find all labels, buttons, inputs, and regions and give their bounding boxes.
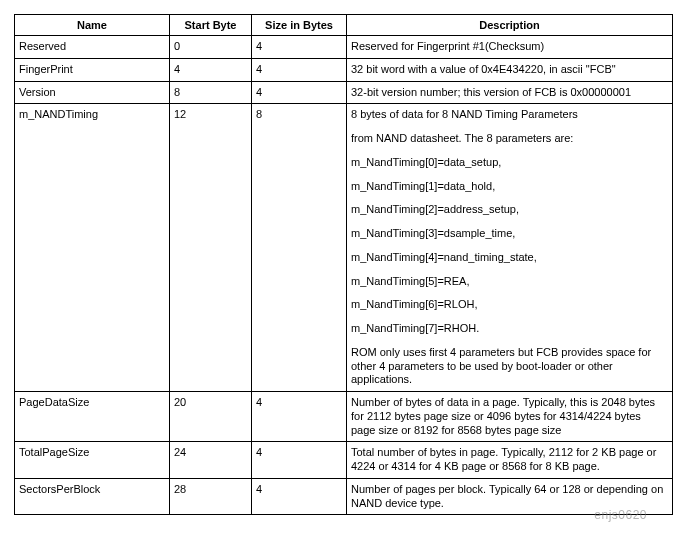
description-line: m_NandTiming[1]=data_hold, (351, 180, 668, 194)
cell-name: FingerPrint (15, 58, 170, 81)
description-line: m_NandTiming[5]=REA, (351, 275, 668, 289)
description-line: Number of pages per block. Typically 64 … (351, 483, 668, 511)
cell-start-byte: 8 (170, 81, 252, 104)
description-line: from NAND datasheet. The 8 parameters ar… (351, 132, 668, 146)
cell-size: 4 (252, 442, 347, 479)
cell-start-byte: 0 (170, 36, 252, 59)
description-line: Total number of bytes in page. Typically… (351, 446, 668, 474)
cell-size: 4 (252, 36, 347, 59)
header-name: Name (15, 15, 170, 36)
description-line: m_NandTiming[3]=dsample_time, (351, 227, 668, 241)
cell-name: Reserved (15, 36, 170, 59)
header-size: Size in Bytes (252, 15, 347, 36)
cell-start-byte: 20 (170, 392, 252, 442)
cell-name: m_NANDTiming (15, 104, 170, 392)
cell-description: 32 bit word with a value of 0x4E434220, … (347, 58, 673, 81)
cell-name: TotalPageSize (15, 442, 170, 479)
header-row: Name Start Byte Size in Bytes Descriptio… (15, 15, 673, 36)
cell-description: Total number of bytes in page. Typically… (347, 442, 673, 479)
cell-name: SectorsPerBlock (15, 478, 170, 515)
description-line: ROM only uses first 4 parameters but FCB… (351, 346, 668, 387)
cell-description: Reserved for Fingerprint #1(Checksum) (347, 36, 673, 59)
table-row: Version8432-bit version number; this ver… (15, 81, 673, 104)
cell-name: PageDataSize (15, 392, 170, 442)
cell-size: 4 (252, 81, 347, 104)
description-line: m_NandTiming[6]=RLOH, (351, 298, 668, 312)
description-line: m_NandTiming[4]=nand_timing_state, (351, 251, 668, 265)
cell-description: Number of bytes of data in a page. Typic… (347, 392, 673, 442)
description-line: m_NandTiming[0]=data_setup, (351, 156, 668, 170)
table-row: TotalPageSize244Total number of bytes in… (15, 442, 673, 479)
table-row: m_NANDTiming1288 bytes of data for 8 NAN… (15, 104, 673, 392)
description-line: m_NandTiming[7]=RHOH. (351, 322, 668, 336)
cell-name: Version (15, 81, 170, 104)
cell-start-byte: 28 (170, 478, 252, 515)
fcb-structure-table: Name Start Byte Size in Bytes Descriptio… (14, 14, 673, 515)
description-line: 8 bytes of data for 8 NAND Timing Parame… (351, 108, 668, 122)
cell-size: 4 (252, 478, 347, 515)
cell-description: 8 bytes of data for 8 NAND Timing Parame… (347, 104, 673, 392)
header-start-byte: Start Byte (170, 15, 252, 36)
table-row: SectorsPerBlock284Number of pages per bl… (15, 478, 673, 515)
table-row: FingerPrint4432 bit word with a value of… (15, 58, 673, 81)
description-line: 32-bit version number; this version of F… (351, 86, 668, 100)
cell-size: 8 (252, 104, 347, 392)
description-line: Number of bytes of data in a page. Typic… (351, 396, 668, 437)
cell-description: 32-bit version number; this version of F… (347, 81, 673, 104)
table-row: PageDataSize204Number of bytes of data i… (15, 392, 673, 442)
table-row: Reserved04Reserved for Fingerprint #1(Ch… (15, 36, 673, 59)
cell-size: 4 (252, 392, 347, 442)
description-line: Reserved for Fingerprint #1(Checksum) (351, 40, 668, 54)
cell-start-byte: 12 (170, 104, 252, 392)
description-line: 32 bit word with a value of 0x4E434220, … (351, 63, 668, 77)
description-line: m_NandTiming[2]=address_setup, (351, 203, 668, 217)
cell-start-byte: 4 (170, 58, 252, 81)
cell-size: 4 (252, 58, 347, 81)
cell-description: Number of pages per block. Typically 64 … (347, 478, 673, 515)
cell-start-byte: 24 (170, 442, 252, 479)
header-description: Description (347, 15, 673, 36)
